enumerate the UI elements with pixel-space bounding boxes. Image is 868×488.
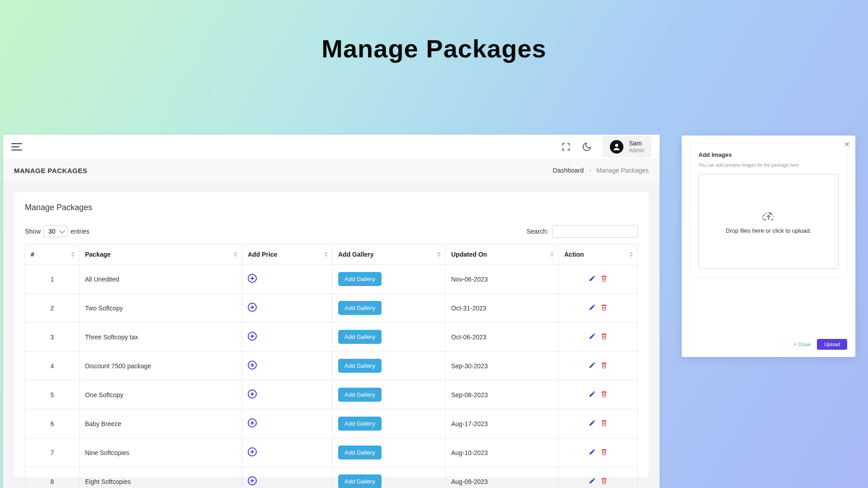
add-gallery-button[interactable]: Add Gallery xyxy=(338,446,382,460)
col-add-gallery[interactable]: Add Gallery xyxy=(333,244,446,265)
cell-add-gallery: Add Gallery xyxy=(333,265,446,294)
cell-updated: Oct-06-2023 xyxy=(446,323,559,352)
search-input[interactable] xyxy=(552,225,638,238)
cell-package: All Unedited xyxy=(80,265,242,294)
col-package[interactable]: Package xyxy=(80,244,242,265)
cell-action xyxy=(559,323,638,352)
cell-action xyxy=(559,438,638,467)
table-row: 8Eight SoftcopiesAdd GalleryAug-09-2023 xyxy=(25,467,638,488)
user-name: Sam xyxy=(629,140,644,147)
cell-add-price xyxy=(242,323,333,352)
cell-action xyxy=(559,380,638,409)
delete-icon[interactable] xyxy=(600,419,608,427)
delete-icon[interactable] xyxy=(600,448,608,455)
chevron-right-icon: › xyxy=(589,167,591,174)
table-row: 4Discount 7500 packageAdd GallerySep-30-… xyxy=(25,352,638,380)
delete-icon[interactable] xyxy=(600,361,608,369)
table-row: 5One SoftcopyAdd GallerySep-08-2023 xyxy=(25,380,638,409)
page-size-control: Show 30 entries xyxy=(25,225,90,237)
col-action[interactable]: Action xyxy=(559,244,638,265)
topbar: Sam Admin xyxy=(3,135,660,160)
cloud-upload-icon xyxy=(761,209,776,221)
edit-icon[interactable] xyxy=(589,448,596,455)
breadcrumb-dashboard[interactable]: Dashboard xyxy=(553,167,584,174)
close-button[interactable]: Close xyxy=(794,342,811,347)
cell-add-gallery: Add Gallery xyxy=(333,323,446,352)
table-row: 7Nine SoftcopiesAdd GalleryAug-10-2023 xyxy=(25,438,638,467)
col-index[interactable]: # xyxy=(25,244,80,265)
cell-index: 8 xyxy=(25,467,80,488)
modal-subtitle: You can add preview images for the packa… xyxy=(698,163,839,168)
add-gallery-button[interactable]: Add Gallery xyxy=(338,359,382,373)
edit-icon[interactable] xyxy=(589,390,596,398)
cell-index: 7 xyxy=(25,438,80,467)
cell-action xyxy=(559,467,638,488)
edit-icon[interactable] xyxy=(589,275,596,282)
add-price-icon[interactable] xyxy=(248,274,257,283)
edit-icon[interactable] xyxy=(589,361,596,369)
delete-icon[interactable] xyxy=(600,304,608,311)
cell-package: Discount 7500 package xyxy=(80,352,242,380)
breadcrumb-current: Manage Packages xyxy=(596,167,649,174)
section-title: MANAGE PACKAGES xyxy=(14,167,87,174)
cell-add-gallery: Add Gallery xyxy=(333,294,446,323)
add-price-icon[interactable] xyxy=(248,332,257,341)
add-gallery-button[interactable]: Add Gallery xyxy=(338,301,382,315)
delete-icon[interactable] xyxy=(600,333,608,340)
cell-updated: Aug-17-2023 xyxy=(446,409,559,438)
add-price-icon[interactable] xyxy=(248,361,257,370)
modal-title: Add Images xyxy=(698,151,839,158)
add-price-icon[interactable] xyxy=(248,389,257,399)
cell-package: Baby Breeze xyxy=(80,409,242,438)
add-price-icon[interactable] xyxy=(248,476,257,485)
cell-index: 6 xyxy=(25,409,80,438)
dark-mode-icon[interactable] xyxy=(582,142,592,152)
col-updated[interactable]: Updated On xyxy=(446,244,559,265)
close-icon[interactable]: ✕ xyxy=(844,140,850,149)
add-price-icon[interactable] xyxy=(248,418,257,427)
add-price-icon[interactable] xyxy=(248,447,257,456)
page-title: Manage Packages xyxy=(0,0,868,63)
add-gallery-button[interactable]: Add Gallery xyxy=(338,388,382,402)
cell-package: One Softcopy xyxy=(80,380,242,409)
add-gallery-button[interactable]: Add Gallery xyxy=(338,474,382,488)
fullscreen-icon[interactable] xyxy=(561,142,571,152)
cell-index: 1 xyxy=(25,265,80,294)
cell-add-price xyxy=(242,352,333,380)
card-title: Manage Packages xyxy=(25,203,638,212)
table-row: 2Two SoftcopyAdd GalleryOct-31-2023 xyxy=(25,294,638,323)
add-gallery-button[interactable]: Add Gallery xyxy=(338,330,382,344)
file-dropzone[interactable]: Drop files here or click to upload. xyxy=(698,174,839,269)
user-menu[interactable]: Sam Admin xyxy=(603,136,651,157)
cell-add-price xyxy=(242,438,333,467)
topbar-actions: Sam Admin xyxy=(561,136,651,157)
col-add-price[interactable]: Add Price xyxy=(242,244,333,265)
cell-package: Three Softcopy tax xyxy=(80,323,242,352)
page-size-select[interactable]: 30 xyxy=(43,225,68,237)
delete-icon[interactable] xyxy=(600,390,608,398)
cell-add-gallery: Add Gallery xyxy=(333,380,446,409)
edit-icon[interactable] xyxy=(589,477,596,484)
cell-updated: Aug-09-2023 xyxy=(446,467,559,488)
cell-package: Eight Softcopies xyxy=(80,467,242,488)
cell-add-gallery: Add Gallery xyxy=(333,409,446,438)
menu-toggle-icon[interactable] xyxy=(11,143,22,150)
edit-icon[interactable] xyxy=(589,419,596,427)
cell-updated: Oct-31-2023 xyxy=(446,294,559,323)
add-price-icon[interactable] xyxy=(248,303,257,312)
upload-button[interactable]: Upload xyxy=(817,339,847,350)
cell-add-price xyxy=(242,380,333,409)
cell-add-price xyxy=(242,409,333,438)
add-gallery-button[interactable]: Add Gallery xyxy=(338,417,382,431)
dropzone-label: Drop files here or click to upload. xyxy=(726,227,811,234)
add-gallery-button[interactable]: Add Gallery xyxy=(338,272,382,286)
search-label: Search: xyxy=(527,228,548,235)
add-images-modal: ✕ Add Images You can add preview images … xyxy=(682,136,855,357)
delete-icon[interactable] xyxy=(600,477,608,484)
packages-card: Manage Packages Show 30 entries Search: xyxy=(14,192,649,477)
delete-icon[interactable] xyxy=(600,275,608,282)
edit-icon[interactable] xyxy=(589,304,596,311)
edit-icon[interactable] xyxy=(589,333,596,340)
cell-index: 3 xyxy=(25,323,80,352)
cell-updated: Sep-08-2023 xyxy=(446,380,559,409)
